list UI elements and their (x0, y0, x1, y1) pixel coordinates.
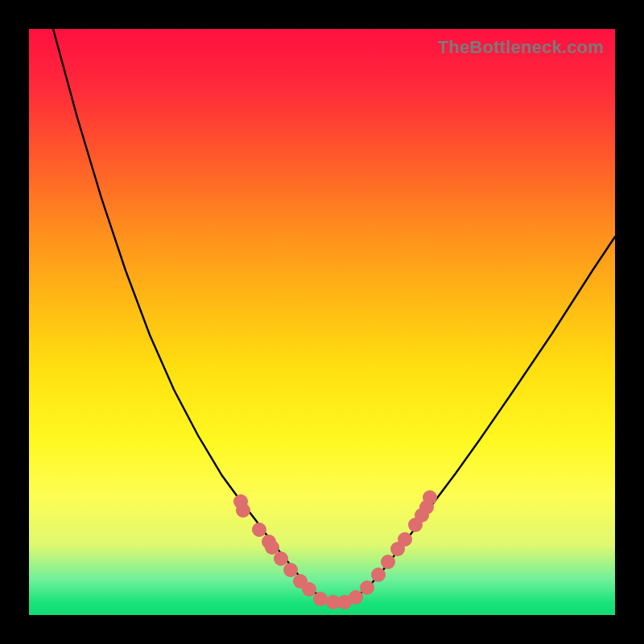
data-marker (302, 582, 316, 597)
data-marker (236, 503, 250, 518)
data-marker (265, 540, 279, 555)
data-marker (252, 522, 266, 537)
data-marker (349, 590, 363, 605)
chart-frame: TheBottleneck.com (0, 0, 644, 644)
data-marker (283, 563, 298, 577)
plot-area: TheBottleneck.com (29, 29, 615, 615)
data-marker (371, 568, 386, 582)
data-marker (398, 532, 412, 547)
data-marker (313, 592, 328, 606)
data-marker (423, 490, 437, 505)
data-marker (381, 555, 395, 569)
curve-layer (53, 29, 615, 603)
marker-layer (233, 490, 437, 609)
bottleneck-curve (53, 29, 615, 603)
data-marker (274, 551, 288, 566)
data-marker (360, 580, 374, 595)
chart-svg (29, 29, 615, 615)
